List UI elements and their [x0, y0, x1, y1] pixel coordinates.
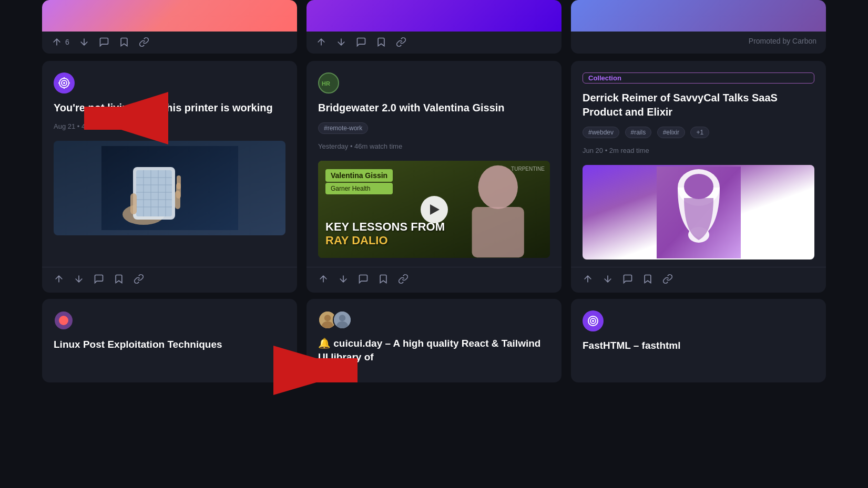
linux-avatar	[54, 310, 74, 330]
bookmark-button[interactable]	[119, 37, 129, 47]
promoted-label: Promoted by Carbon	[580, 37, 816, 45]
printer-comment[interactable]	[94, 274, 104, 284]
svg-point-38	[324, 315, 331, 321]
video-name: Valentina Gissin	[325, 169, 393, 182]
svg-text:HR: HR	[322, 80, 330, 87]
svg-point-45	[592, 320, 594, 322]
comment-icon-2	[356, 37, 366, 47]
sc-bookmark[interactable]	[642, 274, 653, 284]
link-icon-2	[396, 37, 406, 47]
top-card-3-footer: Promoted by Carbon	[571, 32, 826, 51]
cuicui-card: 🔔 cuicui.day – A high quality React & Ta…	[307, 299, 561, 382]
bridgewater-footer	[307, 267, 561, 293]
bridgewater-meta: Yesterday • 46m watch time	[318, 142, 550, 150]
savvycal-footer	[571, 267, 826, 293]
link-button-2[interactable]	[396, 37, 406, 47]
video-org: Garner Health	[325, 183, 393, 194]
bw-downvote[interactable]	[338, 274, 349, 284]
downvote-button[interactable]	[79, 37, 89, 47]
fasthtml-avatar	[583, 310, 604, 331]
cuicui-title: 🔔 cuicui.day – A high quality React & Ta…	[318, 337, 550, 364]
printer-upvote[interactable]	[54, 274, 64, 284]
upvote-button[interactable]: 6	[52, 37, 69, 47]
bw-upvote[interactable]	[318, 274, 329, 284]
fasthtml-target-icon	[587, 315, 599, 327]
svg-rect-24	[130, 193, 137, 214]
sc-upvote[interactable]	[583, 274, 593, 284]
svg-point-39	[322, 321, 333, 329]
svg-point-6	[63, 82, 65, 84]
svg-point-30	[478, 165, 517, 209]
printer-downvote[interactable]	[74, 274, 84, 284]
savvycal-card: Collection Derrick Reimer of SavvyCal Ta…	[571, 61, 826, 293]
printer-bookmark[interactable]	[114, 274, 124, 284]
savvycal-title: Derrick Reimer of SavvyCal Talks SaaS Pr…	[583, 91, 814, 119]
fasthtml-card: FastHTML – fasthtml	[571, 299, 826, 382]
person-silhouette	[446, 161, 550, 258]
video-ray-text: RAY DALIO	[325, 234, 445, 247]
bw-bookmark[interactable]	[378, 274, 389, 284]
upvote-icon	[52, 37, 62, 47]
printer-card-title: You're not living until this printer is …	[54, 101, 285, 115]
top-card-1: 6	[42, 0, 297, 54]
link-button[interactable]	[139, 37, 149, 47]
cuicui-avatar-2	[333, 310, 352, 329]
play-triangle	[430, 204, 440, 215]
downvote-icon	[79, 37, 89, 47]
bookmark-icon	[119, 37, 129, 47]
collection-badge: Collection	[583, 72, 814, 84]
comment-button[interactable]	[99, 37, 109, 47]
bridgewater-title: Bridgewater 2.0 with Valentina Gissin	[318, 101, 550, 115]
svg-rect-14	[136, 170, 172, 216]
video-thumbnail[interactable]: TURPENTINE Valentina Gissin Garner Healt…	[318, 161, 550, 258]
top-card-2	[307, 0, 561, 54]
rails-tag[interactable]: #rails	[625, 127, 652, 138]
printer-card-footer	[42, 267, 297, 293]
printer-illustration	[101, 146, 238, 230]
cuicui-bell: 🔔	[318, 338, 331, 349]
bookmark-button-2[interactable]	[376, 37, 386, 47]
printer-card-meta: Aug 21 • 4m read time	[54, 122, 285, 130]
svg-point-42	[336, 321, 348, 329]
more-tag[interactable]: +1	[690, 127, 709, 138]
person-svg	[446, 161, 550, 258]
webdev-tag[interactable]: #webdev	[583, 127, 619, 138]
cuicui-avatar-group	[318, 310, 550, 329]
elixir-tag[interactable]: #elixir	[657, 127, 685, 138]
hr-logo: HR	[321, 78, 336, 88]
sc-link[interactable]	[662, 274, 673, 284]
video-labels: Valentina Gissin Garner Health	[325, 169, 393, 194]
savvycal-meta: Jun 20 • 2m read time	[583, 147, 814, 154]
downvote-button-2[interactable]	[336, 37, 346, 47]
video-key-lessons: KEY LESSONS FROM RAY DALIO	[325, 220, 445, 247]
svg-point-35	[684, 174, 713, 199]
linux-title: Linux Post Exploitation Techniques	[54, 338, 285, 351]
svg-rect-27	[177, 175, 181, 189]
top-card-2-footer	[307, 32, 561, 54]
top-card-1-footer: 6	[42, 32, 297, 54]
comment-icon	[99, 37, 109, 47]
vote-count: 6	[65, 38, 69, 46]
linux-avatar-group	[54, 310, 285, 330]
target-avatar	[54, 72, 75, 94]
remote-work-tag[interactable]: #remote-work	[318, 122, 368, 134]
savvycal-image	[583, 165, 814, 259]
video-key-text: KEY LESSONS FROM	[325, 220, 445, 234]
sc-downvote[interactable]	[603, 274, 613, 284]
fasthtml-title: FastHTML – fasthtml	[583, 339, 814, 352]
upvote-button-2[interactable]	[316, 37, 326, 47]
svg-rect-31	[472, 207, 524, 257]
sc-comment[interactable]	[622, 274, 633, 284]
printer-link[interactable]	[134, 274, 144, 284]
savvycal-logo-svg	[657, 167, 741, 258]
bw-link[interactable]	[398, 274, 409, 284]
play-button[interactable]	[421, 196, 448, 223]
bridgewater-card: HR Bridgewater 2.0 with Valentina Gissin…	[307, 61, 561, 293]
comment-button-2[interactable]	[356, 37, 366, 47]
printer-card: You're not living until this printer is …	[42, 61, 297, 293]
link-icon	[139, 37, 149, 47]
bw-comment[interactable]	[358, 274, 369, 284]
bookmark-icon-2	[376, 37, 386, 47]
hr-avatar: HR	[318, 72, 339, 94]
top-card-3: Promoted by Carbon	[571, 0, 826, 54]
